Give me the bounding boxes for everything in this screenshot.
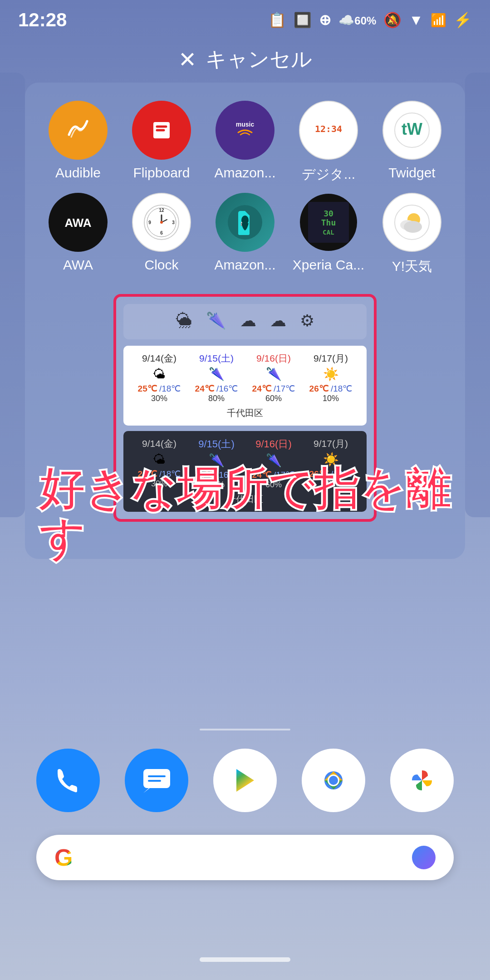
dock-icons [36,749,454,812]
audible-icon [49,101,108,160]
svg-text:music: music [236,121,255,128]
d-day4-date: 9/17(月) [309,437,353,450]
app-item-flipboard[interactable]: Flipboard [122,101,201,184]
day1-temps: 25℃ /18℃ [138,383,181,394]
amazon-kindle-icon: 📖 [216,193,274,252]
awa-icon: AWA [49,193,108,252]
svg-point-41 [329,776,338,785]
svg-text:3: 3 [172,220,175,225]
app-item-twidget[interactable]: tW Twidget [372,101,451,184]
w-icon-2: 🌂 [206,311,226,330]
svg-rect-32 [143,769,170,788]
day3-date: 9/16(日) [252,352,295,365]
day3-high: 24℃ [252,384,271,393]
dejita-label: デジタ... [302,165,355,184]
day1-high: 25℃ [138,384,157,393]
svg-text:6: 6 [160,230,163,235]
day4-icon: ☀️ [309,367,353,382]
search-bar[interactable]: G [36,835,454,880]
dock-phone-icon[interactable] [36,749,100,812]
day2-date: 9/15(土) [195,352,238,365]
day4-date: 9/17(月) [309,352,353,365]
forecast-day-3: 9/16(日) 🌂 24℃ /17℃ 60% [252,352,295,403]
dock-chrome-icon[interactable] [302,749,365,812]
app-grid-row1: Audible Flipboard music [39,101,451,276]
app-item-clock[interactable]: 12 6 9 3 Clock [122,193,201,276]
svg-point-19 [160,221,163,224]
flipboard-icon [132,101,191,160]
svg-text:12:34: 12:34 [315,123,342,134]
day1-date: 9/14(金) [138,352,181,365]
day1-icon: 🌤 [138,367,181,382]
instruction-text: 好きな場所で指を離す [25,464,465,564]
day1-low: /18℃ [159,384,181,393]
d-day1-date: 9/14(金) [138,437,181,450]
xperia-camera-icon: 30 Thu CAL [299,193,358,252]
audible-label: Audible [55,165,101,181]
day4-high: 26℃ [309,384,328,393]
google-logo: G [54,844,73,871]
svg-text:Thu: Thu [321,218,336,227]
amazon-kindle-label: Amazon... [214,257,275,273]
app-item-dejita[interactable]: 12:34 デジタ... [289,101,368,184]
widget-weather-icons-top: 🌦 🌂 ☁ ☁ ⚙ [128,311,362,330]
svg-text:30: 30 [323,209,333,218]
app-item-amazon-music[interactable]: music Amazon... [206,101,284,184]
status-time: 12:28 [18,9,67,31]
app-item-xperia-camera[interactable]: 30 Thu CAL Xperia Ca... [289,193,368,276]
svg-text:AWA: AWA [64,216,91,230]
svg-text:tW: tW [402,120,422,138]
signal-icon: 📶 [431,13,446,28]
flipboard-label: Flipboard [133,165,190,181]
day2-low: /16℃ [216,384,238,393]
twidget-icon: tW [382,101,441,160]
day3-temps: 24℃ /17℃ [252,383,295,394]
app-item-y-weather[interactable]: Y!天気 [372,193,451,276]
app-item-audible[interactable]: Audible [39,101,118,184]
message-icon: 📋 [268,11,286,29]
svg-text:12: 12 [159,208,164,213]
awa-label: AWA [63,257,93,273]
w-icon-4: ☁ [270,311,286,330]
google-assistant-icon[interactable] [412,846,436,869]
amazon-music-icon: music [216,101,274,160]
day4-temps: 26℃ /18℃ [309,383,353,394]
mute-icon: 🔕 [383,11,402,29]
dejita-icon: 12:34 [299,101,358,160]
amazon-music-label: Amazon... [214,165,275,181]
dock-divider [200,729,290,730]
dock-messages-icon[interactable] [125,749,188,812]
w-icon-1: 🌦 [176,311,192,330]
dock-photos-icon[interactable] [390,749,454,812]
forecast-day-2: 9/15(土) 🌂 24℃ /16℃ 80% [195,352,238,403]
svg-marker-33 [143,788,150,793]
day2-temps: 24℃ /16℃ [195,383,238,394]
app-item-amazon-kindle[interactable]: 📖 Amazon... [206,193,284,276]
home-indicator [200,957,290,962]
clock-icon: 12 6 9 3 [132,193,191,252]
svg-text:CAL: CAL [323,229,334,236]
battery-icon: ⚡ [454,11,472,29]
cancel-bar[interactable]: ✕ キャンセル [0,36,490,83]
forecast-day-4: 9/17(月) ☀️ 26℃ /18℃ 10% [309,352,353,403]
weather-icon: ☁️60% [338,13,376,28]
dock-area: G [0,729,490,880]
dock-play-store-icon[interactable] [213,749,277,812]
clock-label: Clock [144,257,178,273]
day4-rain: 10% [309,394,353,403]
y-weather-label: Y!天気 [392,257,432,276]
cancel-label: キャンセル [206,45,312,74]
forecast-row-light: 9/14(金) 🌤 25℃ /18℃ 30% 9/15(土) 🌂 24℃ /16… [131,352,359,403]
w-icon-5: ⚙ [300,311,314,330]
day3-rain: 60% [252,394,295,403]
d-day3-date: 9/16(日) [252,437,295,451]
forecast-day-1: 9/14(金) 🌤 25℃ /18℃ 30% [138,352,181,403]
w-icon-3: ☁ [240,311,256,330]
status-bar: 12:28 📋 🔲 ⊕ ☁️60% 🔕 ▼ 📶 ⚡ [0,0,490,36]
day3-icon: 🌂 [252,367,295,382]
forecast-location-light: 千代田区 [131,407,359,419]
app-item-awa[interactable]: AWA AWA [39,193,118,276]
day4-low: /18℃ [331,384,352,393]
day1-rain: 30% [138,394,181,403]
day2-rain: 80% [195,394,238,403]
